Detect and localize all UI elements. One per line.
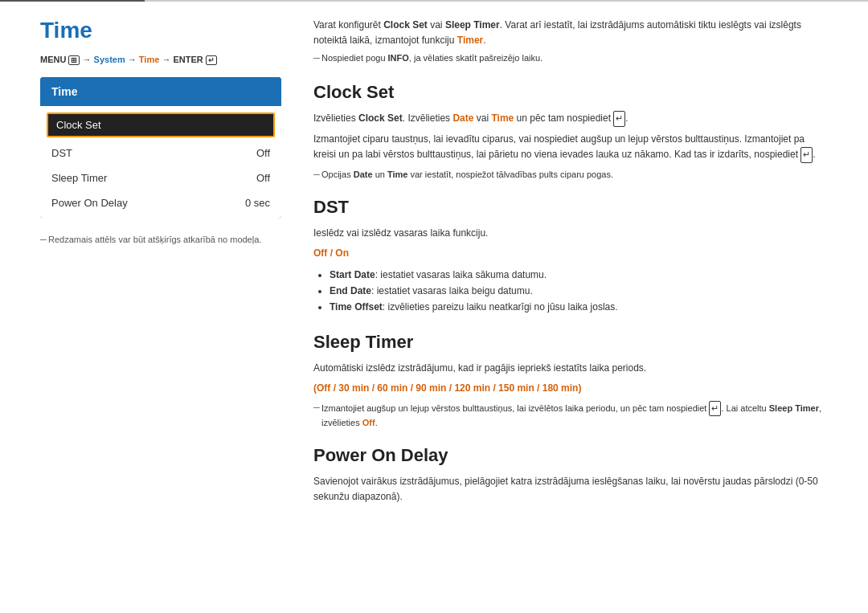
section-title-clock-set: Clock Set [313,82,828,103]
dst-para1: Ieslēdz vai izslēdz vasaras laika funkci… [313,226,828,241]
left-column: Time MENU ⊞ → System → Time → ENTER ↵ Ti… [40,18,281,521]
section-power-on-delay: Power On Delay Savienojot vairākus izstr… [313,445,828,505]
dst-bullet-end-date: End Date: iestatiet vasaras laika beigu … [330,283,828,299]
menu-item-label: Power On Delay [51,197,128,209]
section-title-dst: DST [313,197,828,218]
menu-item-clock-set[interactable]: Clock Set [47,112,275,137]
intro-main-text: Varat konfigurēt Clock Set vai Sleep Tim… [313,18,828,48]
menu-item-value: Off [256,172,270,184]
left-footnote: Redzamais attēls var būt atšķirīgs atkar… [40,235,281,244]
menu-path: MENU ⊞ → System → Time → ENTER ↵ [40,55,281,64]
menu-item-value: Off [256,147,270,159]
sleep-timer-para1: Automātiski izslēdz izstrādājumu, kad ir… [313,361,828,376]
menu-item-dst[interactable]: DST Off [40,141,281,166]
section-title-sleep-timer: Sleep Timer [313,332,828,353]
sleep-timer-note: Izmantojiet augšup un lejup vērstos bult… [313,401,828,429]
menu-path-text: MENU ⊞ → System → Time → ENTER ↵ [40,55,217,64]
dst-options: Off / On [313,246,828,261]
sleep-timer-options: (Off / 30 min / 60 min / 90 min / 120 mi… [313,381,828,396]
page-container: Time MENU ⊞ → System → Time → ENTER ↵ Ti… [0,0,868,554]
menu-item-label: DST [51,147,72,159]
section-sleep-timer: Sleep Timer Automātiski izslēdz izstrādā… [313,332,828,429]
dst-bullets: Start Date: iestatiet vasaras laika sāku… [330,267,828,316]
page-title: Time [40,18,281,43]
clock-set-note: Opcijas Date un Time var iestatīt, nospi… [313,168,828,182]
menu-box: Time Clock Set DST Off Sleep Timer Off [40,77,281,219]
section-dst: DST Ieslēdz vai izslēdz vasaras laika fu… [313,197,828,316]
intro-note: Nospiediet pogu INFO, ja vēlaties skatīt… [313,53,828,63]
menu-item-value: 0 sec [245,197,270,209]
dst-bullet-start-date: Start Date: iestatiet vasaras laika sāku… [330,267,828,283]
menu-item-label: Sleep Timer [51,172,107,184]
section-clock-set: Clock Set Izvēlieties Clock Set. Izvēlie… [313,82,828,181]
dst-bullet-time-offset: Time Offset: izvēlieties pareizu laiku n… [330,299,828,315]
section-title-power-on-delay: Power On Delay [313,445,828,466]
clock-set-para2: Izmantojiet ciparu taustņus, lai ievadīt… [313,132,828,163]
power-on-delay-para1: Savienojot vairākus izstrādājumus, pielā… [313,474,828,505]
menu-box-title: Time [40,77,281,106]
menu-item-power-on-delay[interactable]: Power On Delay 0 sec [40,190,281,215]
right-column: Varat konfigurēt Clock Set vai Sleep Tim… [313,18,828,521]
menu-items: Clock Set DST Off Sleep Timer Off Power … [40,106,281,219]
menu-item-sleep-timer[interactable]: Sleep Timer Off [40,166,281,190]
content-area: Time MENU ⊞ → System → Time → ENTER ↵ Ti… [0,2,868,554]
clock-set-para1: Izvēlieties Clock Set. Izvēlieties Date … [313,111,828,127]
menu-item-label: Clock Set [56,119,101,131]
